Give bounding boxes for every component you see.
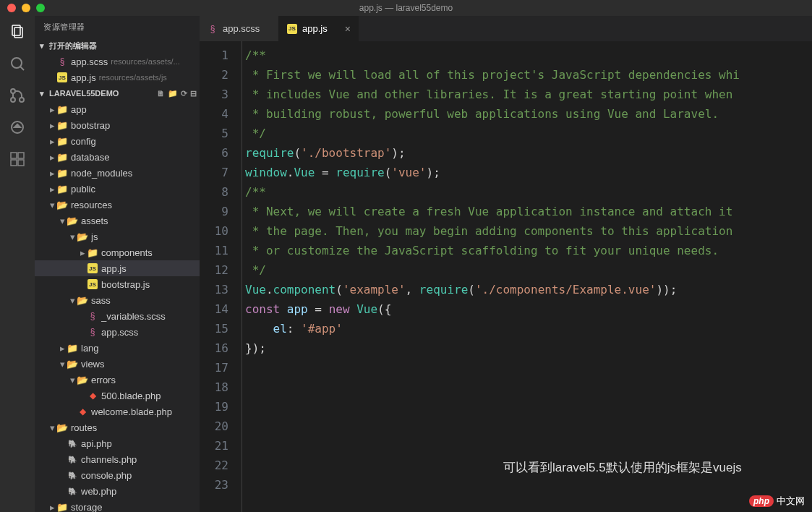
line-number: 16 <box>200 338 228 358</box>
folder-item[interactable]: ▾📂views <box>35 356 200 372</box>
chevron-down-icon: ▾ <box>58 216 67 226</box>
code-line[interactable]: const app = new Vue({ <box>245 299 812 319</box>
folder-icon: 📂 <box>77 294 88 306</box>
close-tab-icon[interactable]: × <box>345 23 351 35</box>
code-line[interactable]: * or customize the JavaScript scaffoldin… <box>245 241 812 260</box>
file-item[interactable]: JSapp.js <box>35 260 200 276</box>
file-item[interactable]: JSbootstrap.js <box>35 276 200 292</box>
activity-bar <box>0 16 35 512</box>
open-editor-item[interactable]: JSapp.jsresources/assets/js <box>35 69 200 85</box>
php-icon: 🐘 <box>67 485 78 497</box>
folder-item[interactable]: ▸📁public <box>35 181 200 197</box>
code-line[interactable]: * Next, we will create a fresh Vue appli… <box>245 202 812 221</box>
folder-item[interactable]: ▾📂errors <box>35 372 200 388</box>
file-item[interactable]: §app.scss <box>35 324 200 340</box>
explorer-icon[interactable] <box>7 22 27 42</box>
svg-line-3 <box>20 67 24 70</box>
item-label: views <box>81 359 105 370</box>
window-controls[interactable] <box>0 4 45 12</box>
git-icon[interactable] <box>7 85 27 106</box>
code-line[interactable]: require('./bootstrap'); <box>245 143 812 163</box>
chevron-down-icon: ▾ <box>68 375 77 385</box>
editor-tab[interactable]: JSapp.js× <box>279 16 359 41</box>
watermark-text: 中文网 <box>777 495 805 508</box>
maximize-window-button[interactable] <box>36 4 45 12</box>
item-label: welcome.blade.php <box>91 406 172 417</box>
code-line[interactable]: */ <box>245 260 812 280</box>
file-item[interactable]: ◆welcome.blade.php <box>35 404 200 419</box>
line-gutter: 1234567891011121314151617181920212223 <box>200 41 242 512</box>
item-label: bootstrap.js <box>101 279 150 290</box>
refresh-icon[interactable]: ⟳ <box>181 89 187 98</box>
folder-item[interactable]: ▸📁components <box>35 244 200 260</box>
folder-icon: 📁 <box>67 342 78 354</box>
folder-item[interactable]: ▸📁lang <box>35 340 200 356</box>
code-line[interactable]: window.Vue = require('vue'); <box>245 163 812 182</box>
new-folder-icon[interactable]: 📁 <box>168 89 178 98</box>
svg-point-4 <box>11 89 15 93</box>
folder-icon: 📂 <box>67 358 78 370</box>
code-line[interactable]: * the page. Then, you may begin adding c… <box>245 221 812 241</box>
file-path: resources/assets/... <box>111 57 179 66</box>
file-item[interactable]: 🐘console.php <box>35 467 200 483</box>
item-label: bootstrap <box>71 120 110 131</box>
chevron-down-icon: ▾ <box>48 422 56 433</box>
code-line[interactable]: }); <box>245 338 812 358</box>
open-editors-section[interactable]: ▾ 打开的编辑器 <box>35 38 200 54</box>
code-line[interactable]: /** <box>245 182 812 202</box>
extensions-icon[interactable] <box>7 149 27 169</box>
editor-area: §app.scssJSapp.js× 123456789101112131415… <box>200 16 812 512</box>
folder-item[interactable]: ▸📁node_modules <box>35 165 200 181</box>
open-editors-label: 打开的编辑器 <box>49 40 97 51</box>
svg-rect-11 <box>18 160 24 166</box>
file-label: app.scss <box>71 56 108 67</box>
item-label: app <box>71 104 87 115</box>
debug-icon[interactable] <box>7 117 27 137</box>
folder-item[interactable]: ▸📁storage <box>35 499 200 512</box>
folder-item[interactable]: ▾📂resources <box>35 197 200 213</box>
collapse-icon[interactable]: ⊟ <box>190 89 197 98</box>
code-line[interactable]: * building robust, powerful web applicat… <box>245 104 812 124</box>
folder-item[interactable]: ▸📁database <box>35 149 200 165</box>
code-line[interactable]: Vue.component('example', require('./comp… <box>245 280 812 299</box>
file-tree[interactable]: ▸📁app▸📁bootstrap▸📁config▸📁database▸📁node… <box>35 101 200 512</box>
code-line[interactable]: /** <box>245 46 812 65</box>
code-line[interactable]: * First we will load all of this project… <box>245 65 812 85</box>
file-item[interactable]: 🐘channels.php <box>35 451 200 467</box>
open-editor-item[interactable]: §app.scssresources/assets/... <box>35 54 200 69</box>
folder-item[interactable]: ▾📂routes <box>35 419 200 435</box>
project-section[interactable]: ▾ LARAVEL55DEMO 🗎 📁 ⟳ ⊟ <box>35 85 200 101</box>
item-label: console.php <box>81 470 132 481</box>
line-number: 23 <box>200 475 228 495</box>
code-line[interactable]: el: '#app' <box>245 319 812 338</box>
line-number: 19 <box>200 397 228 417</box>
minimize-window-button[interactable] <box>22 4 30 12</box>
code-line[interactable]: */ <box>245 124 812 143</box>
sass-icon: § <box>207 23 218 35</box>
file-item[interactable]: §_variables.scss <box>35 308 200 324</box>
close-window-button[interactable] <box>7 4 16 12</box>
watermark-badge: php <box>749 495 774 507</box>
laravel-icon: ◆ <box>87 390 98 401</box>
code-line[interactable]: * includes Vue and other libraries. It i… <box>245 85 812 104</box>
svg-point-2 <box>12 58 22 68</box>
svg-rect-0 <box>12 25 20 35</box>
folder-item[interactable]: ▾📂assets <box>35 213 200 229</box>
code-editor[interactable]: /** * First we will load all of this pro… <box>242 41 812 512</box>
file-item[interactable]: 🐘api.php <box>35 435 200 451</box>
svg-point-6 <box>11 98 15 102</box>
folder-item[interactable]: ▾📂js <box>35 229 200 244</box>
folder-item[interactable]: ▸📁bootstrap <box>35 117 200 133</box>
folder-item[interactable]: ▾📂sass <box>35 292 200 308</box>
file-item[interactable]: 🐘web.php <box>35 483 200 499</box>
new-file-icon[interactable]: 🗎 <box>157 89 165 98</box>
line-number: 17 <box>200 358 228 377</box>
line-number: 18 <box>200 377 228 397</box>
editor-tab[interactable]: §app.scss <box>200 16 279 41</box>
folder-item[interactable]: ▸📁config <box>35 133 200 149</box>
search-icon[interactable] <box>7 54 27 74</box>
file-item[interactable]: ◆500.blade.php <box>35 388 200 404</box>
svg-rect-10 <box>11 160 17 166</box>
folder-item[interactable]: ▸📁app <box>35 101 200 117</box>
php-icon: 🐘 <box>67 438 78 449</box>
